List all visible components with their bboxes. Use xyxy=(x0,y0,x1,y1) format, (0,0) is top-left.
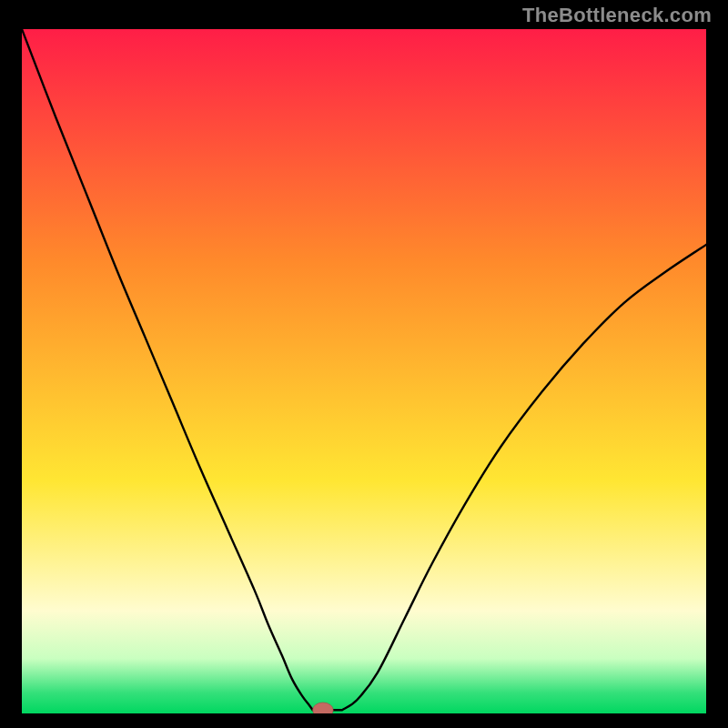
watermark-text: TheBottleneck.com xyxy=(522,4,712,27)
gradient-background xyxy=(22,29,706,713)
plot-area xyxy=(22,29,706,713)
chart-container: TheBottleneck.com xyxy=(0,0,728,728)
plot-svg xyxy=(22,29,706,713)
